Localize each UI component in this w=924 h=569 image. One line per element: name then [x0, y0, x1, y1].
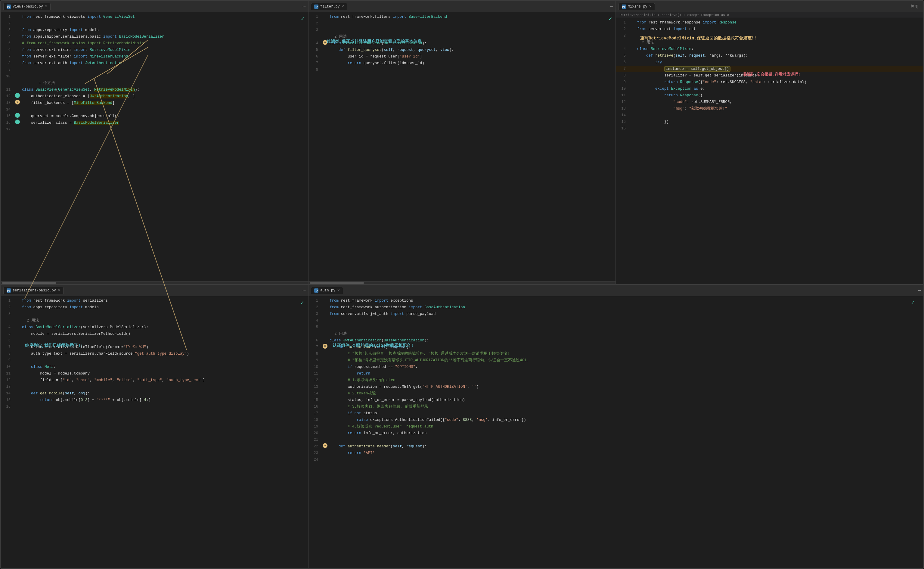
code-line: 20 return info_or_error, authorization: [309, 430, 923, 437]
code-line: 23 return 'API': [309, 450, 923, 456]
code-line: 12 authentication_classes = [JwtAuthenti…: [1, 93, 308, 100]
code-line: 2from apps.repository import models: [1, 304, 308, 311]
code-line: 15 queryset = models.Company.objects.all…: [1, 113, 308, 120]
auth-tab-label: auth.py: [320, 288, 335, 293]
mixins-close-btn[interactable]: ×: [649, 5, 652, 9]
gear-dot-filter: ⚙: [323, 40, 327, 45]
code-line: 1from rest_framework.filters import Base…: [309, 14, 615, 20]
code-line: 4⚙class MineFilterBackend(BaseFilterBack…: [309, 40, 615, 47]
code-line: 24: [309, 456, 923, 463]
code-line: 1from rest_framework.response import Res…: [616, 19, 923, 26]
python-icon-serializers: py: [7, 288, 11, 293]
code-line: 10 except Exception as e:: [616, 85, 923, 92]
code-line: 2 用法: [309, 33, 615, 40]
code-line: 14 # 2.token校验: [309, 390, 923, 397]
code-line: 2from server.ext import ret: [616, 26, 923, 32]
run-dot-3: [15, 120, 20, 124]
auth-code-area[interactable]: ✓ 认证组件,会跟前端的axios拦截器相配合! 1from rest_fram…: [309, 296, 923, 568]
code-line: 9: [1, 67, 308, 73]
code-line: 5# from rest_framework.mixins import Ret…: [1, 40, 308, 47]
filter-pane: py filter.py × ⋯ ✓ 过滤类,保证当前登陆用户只能查看自己的基本…: [308, 1, 616, 284]
serializers-tab-label: serializers/basic.py: [13, 288, 56, 293]
code-line: 4from apps.shipper.serializers.basic imp…: [1, 33, 308, 40]
code-line: 22⚙ def authenticate_header(self, reques…: [309, 443, 923, 450]
code-line: 15 status, info_or_error = parse_payload…: [309, 397, 923, 403]
code-line: 2: [309, 20, 615, 27]
code-line: 4class RetrieveModelMixin:: [616, 46, 923, 52]
serializers-code-area[interactable]: ✓ 纯序列化,我们已经很熟悉了!! 1from rest_framework i…: [1, 296, 308, 568]
code-line: 3from server.utils.jwt_auth import parse…: [309, 311, 923, 317]
python-icon-mixins: py: [622, 5, 626, 9]
close-panel-btn[interactable]: 关闭: [908, 3, 921, 10]
code-line: 4class BasicModelSerializer(serializers.…: [1, 324, 308, 330]
mixins-tab[interactable]: py mixins.py ×: [619, 3, 655, 10]
code-line: 6class JwtAuthentication(BaseAuthenticat…: [309, 337, 923, 344]
code-line: 13 authorization = request.META.get('HTT…: [309, 383, 923, 390]
views-tab-label: views/basic.py: [13, 5, 43, 9]
code-line: 12 "code": ret.SUMMARY_ERROR,: [616, 99, 923, 105]
code-line: 11 return: [309, 370, 923, 377]
code-line: 12 # 1.读取请求头中的token: [309, 377, 923, 383]
serializers-more-btn[interactable]: ⋯: [302, 288, 305, 294]
code-line: 16: [616, 125, 923, 132]
auth-check-mark: ✓: [911, 299, 914, 306]
code-line: 14 def get_mobile(self, obj):: [1, 390, 308, 397]
code-line: 6 user_id = request.user["user_id"]: [309, 53, 615, 60]
code-line: 2 用法: [616, 39, 923, 46]
auth-close-btn[interactable]: ×: [337, 288, 339, 293]
filter-close-btn[interactable]: ×: [342, 5, 344, 9]
serializers-close-btn[interactable]: ×: [58, 288, 60, 293]
code-line: 10 class Meta:: [1, 364, 308, 370]
code-line: 8 auth_type_text = serializers.CharField…: [1, 350, 308, 357]
code-line: 16: [1, 403, 308, 410]
views-scrollbar[interactable]: [1, 281, 308, 284]
mixins-code-area[interactable]: 重写RetrieveModelMixin,保证返回的数据格式符合规范!! 没找到…: [616, 18, 923, 284]
python-icon: py: [7, 5, 11, 9]
serializers-tab[interactable]: py serializers/basic.py ×: [3, 287, 64, 294]
filter-more-btn[interactable]: ⋯: [610, 4, 613, 10]
code-line: 17 if not status:: [309, 410, 923, 417]
code-line: 15 }): [616, 119, 923, 125]
serializers-tab-bar: py serializers/basic.py × ⋯: [1, 285, 308, 296]
views-tab-bar: py views/basic.py × ⋯: [1, 1, 308, 12]
code-line: 5 def retrieve(self, request, *args, **k…: [616, 52, 923, 59]
code-line: 13⚙ filter_backends = [MineFilterBackend…: [1, 100, 308, 106]
code-line: 3: [616, 32, 923, 39]
code-line: 9 return Response({"code": ret.SUCCESS, …: [616, 79, 923, 85]
filter-tab[interactable]: py filter.py ×: [311, 3, 347, 10]
mixins-breadcrumb: RetrieveModelMixin › retrieve() › except…: [616, 12, 923, 18]
code-line: 11 model = models.Company: [1, 370, 308, 377]
run-dot-2: [15, 113, 20, 118]
views-more-btn[interactable]: ⋯: [302, 4, 305, 10]
code-line: 7from server.ext.filter import MineFilte…: [1, 53, 308, 60]
gear-dot: ⚙: [15, 100, 20, 105]
filter-code-area[interactable]: ✓ 过滤类,保证当前登陆用户只能查看自己的基本信息 1from rest_fra…: [309, 12, 615, 281]
code-line: 1from rest_framework import exceptions: [309, 297, 923, 304]
code-line: 5: [309, 324, 923, 330]
views-close-btn[interactable]: ×: [45, 5, 47, 9]
views-code-area[interactable]: ✓ 1from rest_framework.viewsets import G…: [1, 12, 308, 281]
code-line: 16 serializer_class = BasicModelSerializ…: [1, 120, 308, 126]
auth-tab-bar: py auth.py × ⋯: [309, 285, 923, 296]
filter-tab-bar: py filter.py × ⋯: [309, 1, 615, 12]
mixins-tab-label: mixins.py: [628, 5, 647, 9]
code-line: 8: [309, 67, 615, 73]
code-line: 7 return queryset.filter(id=user_id): [309, 60, 615, 67]
auth-more-btn[interactable]: ⋯: [918, 288, 921, 294]
code-line: 13 "msg": "获取初始数据失败!": [616, 105, 923, 112]
python-icon-auth: py: [314, 288, 318, 293]
gear-dot-auth2: ⚙: [323, 443, 327, 448]
code-line: 2 用法: [1, 317, 308, 324]
code-line: 4: [309, 317, 923, 324]
code-line: 18 raise exceptions.AuthenticationFailed…: [309, 417, 923, 423]
code-line: 8 serializer = self.get_serializer(insta…: [616, 72, 923, 79]
code-line: 10: [1, 73, 308, 80]
code-line: 10 if request.method == "OPTIONS":: [309, 364, 923, 370]
code-line: 14: [616, 112, 923, 119]
views-tab[interactable]: py views/basic.py ×: [3, 3, 50, 10]
mixins-tab-bar: py mixins.py × 关闭: [616, 1, 923, 12]
code-line: 19 # 4.校验成功 request.user request.auth: [309, 423, 923, 430]
filter-scrollbar[interactable]: [309, 281, 615, 284]
code-line: 11 return Response({: [616, 92, 923, 99]
auth-tab[interactable]: py auth.py ×: [311, 287, 343, 294]
